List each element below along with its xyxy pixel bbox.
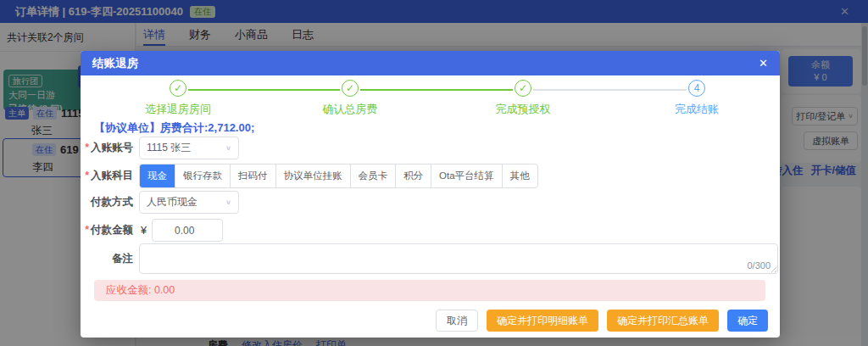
modal-close-icon[interactable]: ✕ (759, 57, 768, 70)
step-check-icon: ✓ (170, 80, 186, 97)
remark-label-text: 备注 (112, 253, 133, 265)
subject-bank-deposit[interactable]: 银行存款 (175, 165, 231, 187)
method-label-text: 付款方式 (91, 196, 133, 208)
remark-textarea[interactable] (139, 243, 778, 274)
required-mark: * (85, 170, 89, 181)
subject-member-card[interactable]: 会员卡 (351, 165, 397, 187)
receivable-alert-text: 应收金额: 0.00 (106, 283, 175, 298)
confirm-button[interactable]: 确定 (727, 310, 768, 332)
step-preauth: ✓ 完成预授权 (464, 80, 582, 117)
confirm-print-detail-button[interactable]: 确定并打印明细账单 (487, 310, 598, 332)
step-label: 完成预授权 (464, 102, 582, 117)
agreement-summary: 【协议单位】房费合计:2,712.00; (94, 120, 254, 136)
step-label: 完成结账 (637, 102, 756, 117)
modal-header: 结账退房 ✕ (81, 51, 780, 75)
chevron-down-icon: ∨ (225, 198, 231, 206)
confirm-print-summary-button[interactable]: 确定并打印汇总账单 (607, 310, 719, 332)
subject-scan-pay[interactable]: 扫码付 (231, 165, 276, 187)
subject-cash[interactable]: 现金 (140, 165, 175, 187)
step-label: 选择退房房间 (119, 102, 237, 117)
account-select-value: 1115 张三 (147, 141, 225, 155)
step-number: 4 (688, 80, 705, 97)
receivable-alert: 应收金额: 0.00 (94, 280, 765, 301)
required-mark: * (85, 224, 89, 236)
payment-amount-input[interactable] (152, 219, 223, 242)
cancel-button[interactable]: 取消 (436, 310, 478, 332)
required-mark: * (85, 142, 89, 153)
order-detail-page: 订单详情 | 619-李四-20251100040 在住 ✕ 房费 修改入住房价… (0, 0, 868, 346)
step-label: 确认总房费 (291, 102, 409, 117)
account-label-text: 入账账号 (91, 142, 133, 153)
subject-field-label: *入账科目 (81, 169, 133, 183)
modal-footer: 取消 确定并打印明细账单 确定并打印汇总账单 确定 (436, 310, 768, 332)
step-check-icon: ✓ (342, 80, 359, 97)
currency-symbol: ¥ (141, 225, 147, 237)
amount-label-text: 付款金额 (91, 224, 133, 236)
amount-field-label: *付款金额 (81, 223, 133, 237)
subject-agreement-credit[interactable]: 协议单位挂账 (276, 165, 351, 187)
account-field-label: *入账账号 (81, 141, 133, 155)
subject-ota-settle[interactable]: Ota平台结算 (431, 165, 503, 187)
method-field-label: 付款方式 (81, 195, 133, 209)
step-select-room: ✓ 选择退房房间 (119, 80, 237, 117)
account-select[interactable]: 1115 张三 ∨ (139, 137, 239, 159)
modal-title: 结账退房 (92, 56, 138, 71)
chevron-down-icon: ∨ (225, 144, 231, 152)
step-settle: 4 完成结账 (637, 80, 756, 117)
payment-method-select[interactable]: 人民币现金 ∨ (139, 191, 239, 214)
subject-other[interactable]: 其他 (503, 165, 537, 187)
subject-points[interactable]: 积分 (396, 165, 431, 187)
payment-subject-group: 现金 银行存款 扫码付 协议单位挂账 会员卡 积分 Ota平台结算 其他 (139, 164, 538, 188)
remark-char-counter: 0/300 (744, 260, 771, 271)
subject-label-text: 入账科目 (91, 170, 133, 181)
step-confirm-charge: ✓ 确认总房费 (291, 80, 409, 117)
checkout-modal: 结账退房 ✕ ✓ 选择退房房间 ✓ 确认总房费 ✓ 完成预授权 4 完成结账 【… (81, 51, 780, 338)
payment-method-value: 人民币现金 (147, 195, 225, 209)
step-check-icon: ✓ (515, 80, 531, 97)
remark-field: 0/300 (139, 243, 778, 274)
remark-field-label: 备注 (81, 252, 133, 266)
